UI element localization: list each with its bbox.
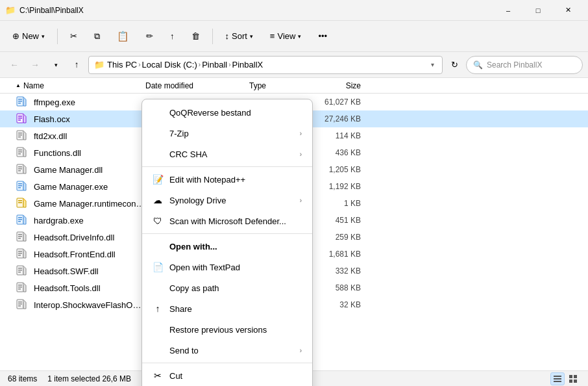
svg-rect-21 bbox=[18, 153, 21, 155]
up-button[interactable]: ↑ bbox=[67, 56, 86, 74]
svg-rect-31 bbox=[18, 183, 22, 185]
file-name-cell: Game Manager.runtimeconfig.jsc bbox=[3, 198, 145, 209]
svg-rect-26 bbox=[18, 168, 22, 170]
svg-rect-83 bbox=[574, 380, 577, 383]
search-icon: 🔍 bbox=[473, 60, 483, 70]
delete-button[interactable]: 🗑 bbox=[184, 27, 207, 45]
svg-rect-55 bbox=[18, 253, 22, 254]
context-menu-item-opentextpad[interactable]: 📄 Open with TextPad bbox=[142, 257, 312, 277]
paste-button[interactable]: 📋 bbox=[110, 27, 136, 46]
svg-rect-25 bbox=[18, 166, 22, 168]
share-button[interactable]: ↑ bbox=[163, 27, 182, 45]
ctx-item-icon bbox=[153, 128, 163, 138]
ctx-item-label: 7-Zip bbox=[169, 129, 189, 138]
svg-rect-15 bbox=[18, 136, 21, 138]
col-date-header[interactable]: Date modified bbox=[145, 81, 249, 90]
svg-rect-78 bbox=[554, 378, 561, 380]
ctx-item-icon: ☁ bbox=[153, 195, 163, 205]
file-name-label: Flash.ocx bbox=[34, 114, 145, 124]
file-name-label: Game Manager.runtimeconfig.jsc bbox=[34, 199, 145, 209]
breadcrumb-localdisk[interactable]: Local Disk (C:) bbox=[142, 60, 197, 70]
window-controls: – □ ✕ bbox=[493, 0, 583, 21]
file-icon bbox=[16, 198, 27, 209]
col-name-header[interactable]: ▲ Name bbox=[3, 81, 145, 90]
search-box[interactable]: 🔍 Search PinballX bbox=[466, 56, 583, 74]
window-icon: 📁 bbox=[5, 5, 16, 16]
context-menu-item-synology[interactable]: ☁ Synology Drive › bbox=[142, 190, 312, 211]
context-menu-item-share[interactable]: ↑ Share bbox=[142, 298, 312, 319]
col-type-header[interactable]: Type bbox=[249, 81, 314, 90]
file-icon bbox=[16, 299, 27, 311]
file-list-header: ▲ Name Date modified Type Size bbox=[0, 78, 588, 94]
svg-rect-3 bbox=[18, 103, 21, 104]
svg-rect-19 bbox=[18, 149, 22, 151]
svg-rect-48 bbox=[18, 234, 22, 235]
new-button[interactable]: ⊕ New ▾ bbox=[5, 27, 52, 45]
ctx-item-label: Scan with Microsoft Defender... bbox=[169, 216, 286, 226]
context-menu-item-7zip[interactable]: 7-Zip › bbox=[142, 123, 312, 144]
address-folder-icon: 📁 bbox=[94, 60, 104, 70]
context-menu-item-restore[interactable]: Restore previous versions bbox=[142, 319, 312, 340]
file-icon bbox=[16, 96, 27, 108]
context-menu-item-openwith[interactable]: Open with... bbox=[142, 236, 312, 257]
copy-button[interactable]: ⧉ bbox=[87, 27, 107, 45]
file-size-cell: 332 KB bbox=[314, 266, 366, 276]
rename-button[interactable]: ✏ bbox=[139, 27, 160, 45]
svg-rect-77 bbox=[554, 376, 561, 377]
ctx-item-label: Open with... bbox=[169, 242, 217, 251]
view-button[interactable]: ≡ View ▾ bbox=[263, 27, 309, 45]
more-button[interactable]: ••• bbox=[311, 27, 334, 45]
context-menu-separator bbox=[142, 363, 312, 363]
ctx-item-label: Send to bbox=[169, 346, 199, 355]
context-menu-item-copypath[interactable]: Copy as path bbox=[142, 277, 312, 298]
list-view-button[interactable] bbox=[550, 372, 565, 385]
ctx-item-label: Share bbox=[169, 304, 192, 314]
address-dropdown-icon: ▾ bbox=[428, 61, 437, 68]
breadcrumb-sep-3: › bbox=[228, 61, 230, 68]
context-menu-item-cut[interactable]: ✂ Cut bbox=[142, 365, 312, 386]
share-icon: ↑ bbox=[170, 31, 175, 41]
breadcrumb-pinballx[interactable]: PinballX bbox=[232, 60, 263, 70]
file-name-cell: Game Manager.dll bbox=[3, 164, 145, 175]
svg-rect-62 bbox=[18, 272, 21, 273]
title-bar: 📁 C:\Pinball\PinballX – □ ✕ bbox=[0, 0, 588, 21]
cut-button[interactable]: ✂ bbox=[63, 27, 84, 45]
svg-rect-74 bbox=[18, 305, 21, 307]
file-name-cell: hardgrab.exe bbox=[3, 214, 145, 226]
svg-rect-73 bbox=[18, 303, 22, 305]
breadcrumb-pinball[interactable]: Pinball bbox=[202, 60, 227, 70]
svg-rect-68 bbox=[18, 289, 21, 290]
breadcrumb-thispc[interactable]: This PC bbox=[107, 60, 137, 70]
svg-rect-66 bbox=[18, 285, 22, 286]
refresh-button[interactable]: ↻ bbox=[445, 56, 463, 74]
sort-button[interactable]: ↕ Sort ▾ bbox=[218, 27, 260, 45]
svg-rect-7 bbox=[18, 116, 22, 117]
file-name-cell: Headsoft.DriveInfo.dll bbox=[3, 231, 145, 243]
close-button[interactable]: ✕ bbox=[553, 0, 583, 21]
ctx-item-label: Cut bbox=[169, 371, 182, 381]
toolbar-separator-1 bbox=[57, 29, 58, 44]
svg-rect-1 bbox=[18, 99, 22, 100]
ctx-item-icon bbox=[153, 324, 163, 335]
recent-button[interactable]: ▾ bbox=[47, 56, 65, 74]
context-menu-item-crcsha[interactable]: CRC SHA › bbox=[142, 144, 312, 164]
svg-rect-82 bbox=[569, 380, 572, 383]
context-menu-item-editnotepad[interactable]: 📝 Edit with Notepad++ bbox=[142, 169, 312, 190]
details-view-button[interactable] bbox=[566, 372, 580, 385]
file-name-label: Game Manager.dll bbox=[34, 165, 145, 175]
address-input[interactable]: 📁 This PC › Local Disk (C:) › Pinball › … bbox=[88, 56, 443, 74]
new-chevron-icon: ▾ bbox=[42, 33, 45, 40]
forward-button[interactable]: → bbox=[26, 56, 44, 74]
svg-rect-54 bbox=[18, 251, 22, 252]
ctx-item-label: Edit with Notepad++ bbox=[169, 175, 245, 185]
context-menu-item-sendto[interactable]: Send to › bbox=[142, 340, 312, 361]
context-menu-item-defender[interactable]: 🛡 Scan with Microsoft Defender... bbox=[142, 211, 312, 231]
file-name-label: Headsoft.SWF.dll bbox=[34, 266, 145, 276]
back-button[interactable]: ← bbox=[5, 56, 23, 74]
svg-rect-8 bbox=[18, 118, 22, 119]
context-menu-separator bbox=[142, 233, 312, 234]
maximize-button[interactable]: □ bbox=[523, 0, 553, 21]
minimize-button[interactable]: – bbox=[493, 0, 523, 21]
context-menu-item-qoqreverse[interactable]: QoQReverse bestand bbox=[142, 102, 312, 123]
col-size-header[interactable]: Size bbox=[314, 81, 366, 90]
